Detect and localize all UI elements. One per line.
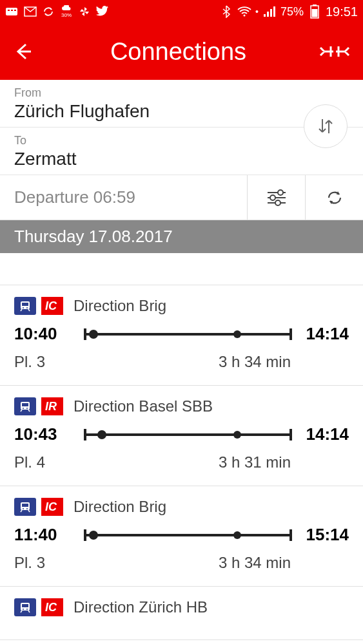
direction-label: Direction Brig <box>74 498 166 516</box>
svg-rect-7 <box>267 12 269 17</box>
svg-point-14 <box>278 190 283 195</box>
direction-label: Direction Brig <box>74 297 166 315</box>
bluetooth-icon <box>219 5 233 19</box>
svg-rect-8 <box>270 9 272 17</box>
status-right-icons: • 75% 19:51 <box>219 5 358 19</box>
svg-point-18 <box>275 200 280 205</box>
mail-icon <box>23 5 37 19</box>
direction-label: Direction Basel SBB <box>74 397 213 415</box>
sync-icon <box>41 5 55 19</box>
arrival-time: 14:14 <box>297 324 349 344</box>
svg-rect-12 <box>311 9 317 17</box>
svg-rect-2 <box>11 10 13 11</box>
app-header: Connections <box>0 23 363 80</box>
train-type-badge: IC <box>41 297 63 315</box>
from-label: From <box>14 86 349 100</box>
train-icon <box>14 397 36 415</box>
sbb-logo-icon <box>318 43 350 60</box>
svg-rect-28 <box>22 504 28 507</box>
train-icon <box>14 498 36 516</box>
platform-label: Pl. 3 <box>14 554 79 572</box>
svg-point-29 <box>23 508 24 509</box>
status-left-icons: 30% <box>5 5 110 19</box>
duration-label: 3 h 34 min <box>79 554 349 572</box>
battery-percent: 75% <box>280 5 304 19</box>
search-panel: From Zürich Flughafen To Zermatt <box>0 80 363 175</box>
connection-item[interactable]: IC Direction Brig 11:40 15:14 Pl. 3 3 h … <box>0 486 363 587</box>
refresh-button[interactable] <box>305 175 363 220</box>
svg-point-30 <box>26 508 28 509</box>
departure-time: 11:40 <box>14 525 79 545</box>
controls-row: Departure 06:59 <box>0 175 363 220</box>
svg-rect-9 <box>273 6 275 17</box>
arrival-time: 15:14 <box>297 525 349 545</box>
journey-timeline <box>85 428 291 441</box>
svg-point-21 <box>23 307 24 308</box>
train-type-badge: IC <box>41 498 63 516</box>
direction-label: Direction Zürich HB <box>74 598 208 616</box>
duration-label: 3 h 31 min <box>79 453 349 471</box>
battery-icon <box>308 5 322 19</box>
svg-point-22 <box>26 307 28 308</box>
departure-time: 10:40 <box>14 324 79 344</box>
svg-rect-6 <box>264 14 266 17</box>
train-type-badge: IC <box>41 598 63 616</box>
svg-rect-32 <box>22 604 28 607</box>
journey-timeline <box>85 328 291 341</box>
duration-label: 3 h 34 min <box>79 353 349 371</box>
platform-label: Pl. 3 <box>14 353 79 371</box>
earlier-spacer[interactable] <box>0 253 363 285</box>
train-icon <box>14 598 36 616</box>
weather-icon: 30% <box>59 5 74 19</box>
signal-icon <box>262 5 277 19</box>
status-time: 19:51 <box>326 5 358 19</box>
svg-point-5 <box>244 15 246 17</box>
date-header: Thursday 17.08.2017 <box>0 220 363 253</box>
connection-item[interactable]: IR Direction Basel SBB 10:43 14:14 Pl. 4… <box>0 386 363 486</box>
svg-rect-24 <box>22 403 28 406</box>
svg-rect-3 <box>14 10 16 11</box>
to-label: To <box>14 134 349 147</box>
departure-time-button[interactable]: Departure 06:59 <box>0 175 247 220</box>
signal-dot-icon: • <box>255 6 259 17</box>
to-value: Zermatt <box>14 149 349 169</box>
svg-point-33 <box>23 609 24 610</box>
departure-time: 10:43 <box>14 424 79 444</box>
filter-button[interactable] <box>247 175 305 220</box>
platform-label: Pl. 4 <box>14 453 79 471</box>
wifi-icon <box>237 5 251 19</box>
train-type-badge: IR <box>41 397 63 415</box>
pinwheel-icon <box>77 5 92 19</box>
arrival-time: 14:14 <box>297 424 349 444</box>
android-status-bar: 30% • 75% 19:51 <box>0 0 363 23</box>
swap-button[interactable] <box>304 104 348 148</box>
connection-item[interactable]: IC Direction Zürich HB <box>0 587 363 640</box>
svg-point-16 <box>270 195 275 200</box>
svg-point-26 <box>26 408 28 409</box>
connection-item[interactable]: IC Direction Brig 10:40 14:14 Pl. 3 3 h … <box>0 285 363 386</box>
journey-timeline <box>85 529 291 542</box>
svg-point-25 <box>23 408 24 409</box>
page-title: Connections <box>39 38 318 66</box>
svg-rect-0 <box>6 8 17 15</box>
train-icon <box>14 297 36 315</box>
from-value: Zürich Flughafen <box>14 101 349 122</box>
notification-icon <box>5 5 19 19</box>
back-button[interactable] <box>13 42 39 61</box>
svg-point-34 <box>26 609 28 610</box>
twitter-icon <box>95 5 110 19</box>
svg-rect-20 <box>22 303 28 306</box>
svg-rect-1 <box>8 10 10 11</box>
